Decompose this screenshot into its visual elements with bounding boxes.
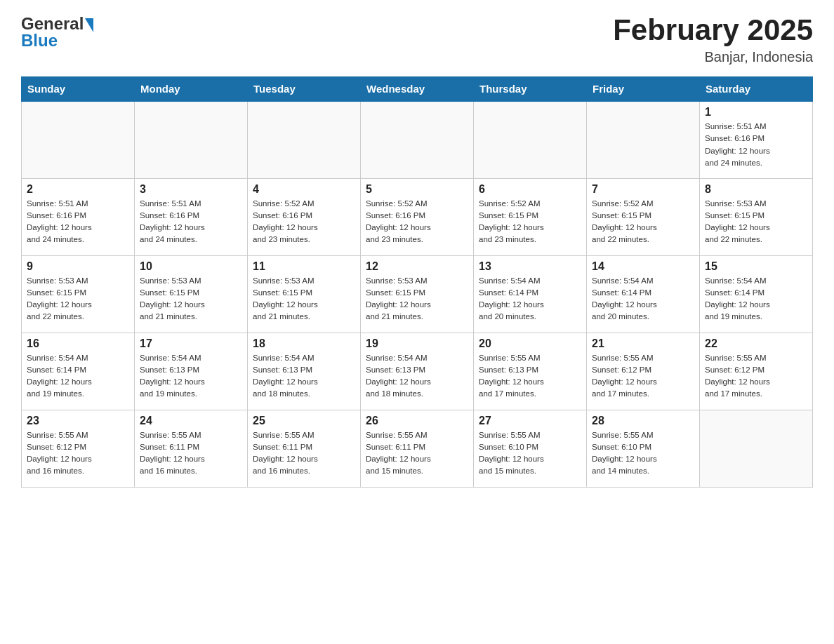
- calendar-cell: 19Sunrise: 5:54 AM Sunset: 6:13 PM Dayli…: [361, 333, 474, 410]
- day-number: 11: [253, 260, 355, 273]
- calendar-cell: 25Sunrise: 5:55 AM Sunset: 6:11 PM Dayli…: [248, 410, 361, 487]
- calendar-subtitle: Banjar, Indonesia: [613, 49, 813, 65]
- day-number: 26: [366, 415, 468, 427]
- day-number: 21: [592, 337, 694, 350]
- day-info: Sunrise: 5:52 AM Sunset: 6:16 PM Dayligh…: [366, 198, 468, 246]
- day-info: Sunrise: 5:52 AM Sunset: 6:15 PM Dayligh…: [479, 198, 581, 246]
- day-info: Sunrise: 5:55 AM Sunset: 6:12 PM Dayligh…: [27, 429, 129, 478]
- header: General Blue February 2025 Banjar, Indon…: [21, 14, 813, 65]
- day-number: 22: [705, 337, 807, 350]
- header-wednesday: Wednesday: [361, 77, 474, 102]
- day-info: Sunrise: 5:54 AM Sunset: 6:14 PM Dayligh…: [27, 352, 129, 401]
- day-info: Sunrise: 5:55 AM Sunset: 6:13 PM Dayligh…: [479, 352, 581, 401]
- day-number: 23: [27, 415, 129, 427]
- logo: General Blue: [21, 14, 93, 51]
- day-info: Sunrise: 5:54 AM Sunset: 6:13 PM Dayligh…: [140, 352, 242, 401]
- header-sunday: Sunday: [22, 77, 135, 102]
- day-number: 5: [366, 183, 468, 196]
- day-number: 10: [140, 260, 242, 273]
- day-number: 8: [705, 183, 807, 196]
- header-tuesday: Tuesday: [248, 77, 361, 102]
- calendar-cell: 28Sunrise: 5:55 AM Sunset: 6:10 PM Dayli…: [587, 410, 700, 487]
- calendar-cell: 6Sunrise: 5:52 AM Sunset: 6:15 PM Daylig…: [474, 178, 587, 255]
- calendar-cell: 21Sunrise: 5:55 AM Sunset: 6:12 PM Dayli…: [587, 333, 700, 410]
- calendar-cell: 12Sunrise: 5:53 AM Sunset: 6:15 PM Dayli…: [361, 255, 474, 333]
- day-info: Sunrise: 5:53 AM Sunset: 6:15 PM Dayligh…: [366, 275, 468, 323]
- day-info: Sunrise: 5:52 AM Sunset: 6:15 PM Dayligh…: [592, 198, 694, 246]
- day-number: 19: [366, 337, 468, 350]
- calendar-week-row: 16Sunrise: 5:54 AM Sunset: 6:14 PM Dayli…: [22, 333, 813, 410]
- day-info: Sunrise: 5:55 AM Sunset: 6:11 PM Dayligh…: [366, 429, 468, 478]
- day-number: 20: [479, 337, 581, 350]
- header-friday: Friday: [587, 77, 700, 102]
- day-info: Sunrise: 5:55 AM Sunset: 6:12 PM Dayligh…: [705, 352, 807, 401]
- calendar-cell: 22Sunrise: 5:55 AM Sunset: 6:12 PM Dayli…: [700, 333, 813, 410]
- day-info: Sunrise: 5:51 AM Sunset: 6:16 PM Dayligh…: [27, 198, 129, 246]
- day-info: Sunrise: 5:54 AM Sunset: 6:13 PM Dayligh…: [253, 352, 355, 401]
- day-number: 13: [479, 260, 581, 273]
- calendar-week-row: 1Sunrise: 5:51 AM Sunset: 6:16 PM Daylig…: [22, 101, 813, 178]
- day-number: 16: [27, 337, 129, 350]
- calendar-week-row: 2Sunrise: 5:51 AM Sunset: 6:16 PM Daylig…: [22, 178, 813, 255]
- calendar-cell: 11Sunrise: 5:53 AM Sunset: 6:15 PM Dayli…: [248, 255, 361, 333]
- calendar-cell: 10Sunrise: 5:53 AM Sunset: 6:15 PM Dayli…: [135, 255, 248, 333]
- calendar-cell: 4Sunrise: 5:52 AM Sunset: 6:16 PM Daylig…: [248, 178, 361, 255]
- calendar-cell: 16Sunrise: 5:54 AM Sunset: 6:14 PM Dayli…: [22, 333, 135, 410]
- day-info: Sunrise: 5:51 AM Sunset: 6:16 PM Dayligh…: [140, 198, 242, 246]
- day-number: 2: [27, 183, 129, 196]
- day-number: 28: [592, 415, 694, 427]
- calendar-cell: 13Sunrise: 5:54 AM Sunset: 6:14 PM Dayli…: [474, 255, 587, 333]
- calendar-cell: 8Sunrise: 5:53 AM Sunset: 6:15 PM Daylig…: [700, 178, 813, 255]
- day-number: 25: [253, 415, 355, 427]
- day-info: Sunrise: 5:55 AM Sunset: 6:10 PM Dayligh…: [479, 429, 581, 478]
- calendar-cell: 14Sunrise: 5:54 AM Sunset: 6:14 PM Dayli…: [587, 255, 700, 333]
- calendar-cell: 2Sunrise: 5:51 AM Sunset: 6:16 PM Daylig…: [22, 178, 135, 255]
- day-info: Sunrise: 5:53 AM Sunset: 6:15 PM Dayligh…: [27, 275, 129, 323]
- calendar-title: February 2025: [613, 14, 813, 46]
- calendar-week-row: 23Sunrise: 5:55 AM Sunset: 6:12 PM Dayli…: [22, 410, 813, 487]
- day-number: 27: [479, 415, 581, 427]
- day-number: 3: [140, 183, 242, 196]
- title-area: February 2025 Banjar, Indonesia: [613, 14, 813, 65]
- calendar-cell: 9Sunrise: 5:53 AM Sunset: 6:15 PM Daylig…: [22, 255, 135, 333]
- day-info: Sunrise: 5:55 AM Sunset: 6:11 PM Dayligh…: [140, 429, 242, 478]
- logo-arrow-icon: [85, 18, 93, 32]
- day-info: Sunrise: 5:54 AM Sunset: 6:13 PM Dayligh…: [366, 352, 468, 401]
- day-number: 4: [253, 183, 355, 196]
- calendar-cell: [700, 410, 813, 487]
- calendar-cell: 7Sunrise: 5:52 AM Sunset: 6:15 PM Daylig…: [587, 178, 700, 255]
- day-number: 9: [27, 260, 129, 273]
- calendar-cell: 1Sunrise: 5:51 AM Sunset: 6:16 PM Daylig…: [700, 101, 813, 178]
- day-number: 14: [592, 260, 694, 273]
- calendar-cell: 27Sunrise: 5:55 AM Sunset: 6:10 PM Dayli…: [474, 410, 587, 487]
- header-saturday: Saturday: [700, 77, 813, 102]
- day-info: Sunrise: 5:53 AM Sunset: 6:15 PM Dayligh…: [140, 275, 242, 323]
- day-info: Sunrise: 5:55 AM Sunset: 6:10 PM Dayligh…: [592, 429, 694, 478]
- calendar-cell: 5Sunrise: 5:52 AM Sunset: 6:16 PM Daylig…: [361, 178, 474, 255]
- header-monday: Monday: [135, 77, 248, 102]
- calendar-week-row: 9Sunrise: 5:53 AM Sunset: 6:15 PM Daylig…: [22, 255, 813, 333]
- day-info: Sunrise: 5:53 AM Sunset: 6:15 PM Dayligh…: [705, 198, 807, 246]
- calendar-body: 1Sunrise: 5:51 AM Sunset: 6:16 PM Daylig…: [22, 101, 813, 487]
- day-number: 7: [592, 183, 694, 196]
- day-info: Sunrise: 5:53 AM Sunset: 6:15 PM Dayligh…: [253, 275, 355, 323]
- calendar-cell: 23Sunrise: 5:55 AM Sunset: 6:12 PM Dayli…: [22, 410, 135, 487]
- day-number: 18: [253, 337, 355, 350]
- day-info: Sunrise: 5:54 AM Sunset: 6:14 PM Dayligh…: [592, 275, 694, 323]
- day-info: Sunrise: 5:54 AM Sunset: 6:14 PM Dayligh…: [479, 275, 581, 323]
- logo-blue-text: Blue: [21, 31, 58, 51]
- calendar-cell: [22, 101, 135, 178]
- calendar-cell: [135, 101, 248, 178]
- calendar-cell: 24Sunrise: 5:55 AM Sunset: 6:11 PM Dayli…: [135, 410, 248, 487]
- day-number: 12: [366, 260, 468, 273]
- calendar-cell: 26Sunrise: 5:55 AM Sunset: 6:11 PM Dayli…: [361, 410, 474, 487]
- day-number: 6: [479, 183, 581, 196]
- day-info: Sunrise: 5:55 AM Sunset: 6:12 PM Dayligh…: [592, 352, 694, 401]
- weekday-header-row: Sunday Monday Tuesday Wednesday Thursday…: [22, 77, 813, 102]
- day-info: Sunrise: 5:54 AM Sunset: 6:14 PM Dayligh…: [705, 275, 807, 323]
- calendar-table: Sunday Monday Tuesday Wednesday Thursday…: [21, 76, 813, 488]
- calendar-cell: [474, 101, 587, 178]
- calendar-cell: 15Sunrise: 5:54 AM Sunset: 6:14 PM Dayli…: [700, 255, 813, 333]
- calendar-cell: 3Sunrise: 5:51 AM Sunset: 6:16 PM Daylig…: [135, 178, 248, 255]
- day-number: 1: [705, 106, 807, 119]
